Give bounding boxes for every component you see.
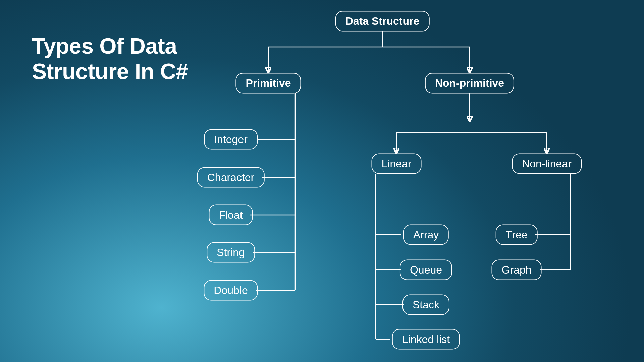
node-linked-list: Linked list bbox=[392, 329, 460, 350]
diagram-stage: Types Of Data Structure In C# bbox=[0, 0, 644, 362]
node-character: Character bbox=[197, 167, 265, 188]
node-integer: Integer bbox=[204, 129, 258, 150]
node-non-primitive: Non-primitive bbox=[425, 73, 514, 94]
node-non-linear: Non-linear bbox=[512, 154, 582, 174]
node-double: Double bbox=[204, 280, 258, 301]
node-linear: Linear bbox=[372, 154, 422, 174]
node-root: Data Structure bbox=[335, 11, 430, 32]
node-tree: Tree bbox=[496, 225, 538, 245]
node-primitive: Primitive bbox=[235, 73, 301, 94]
node-array: Array bbox=[403, 225, 449, 245]
node-queue: Queue bbox=[400, 260, 452, 280]
node-graph: Graph bbox=[492, 260, 542, 280]
node-string: String bbox=[207, 242, 255, 263]
node-stack: Stack bbox=[402, 295, 449, 315]
node-float: Float bbox=[209, 205, 253, 225]
page-title: Types Of Data Structure In C# bbox=[32, 34, 188, 84]
